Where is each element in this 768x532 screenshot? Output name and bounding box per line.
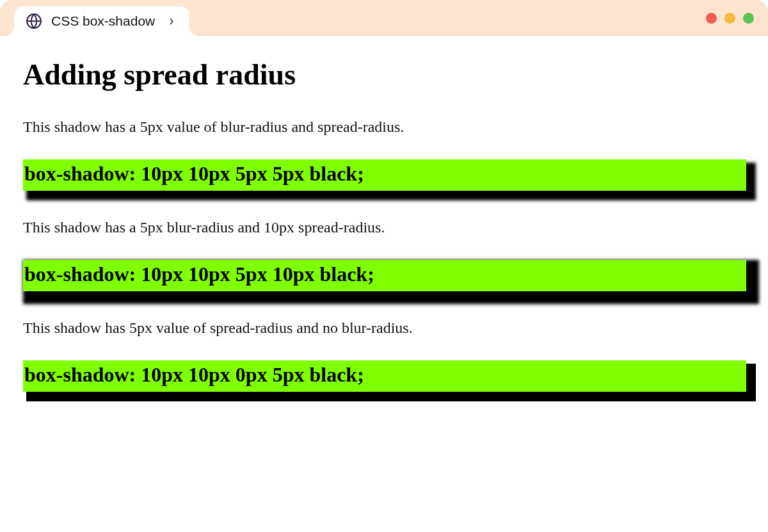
window-maximize-button[interactable] [743,13,754,24]
example-description: This shadow has a 5px blur-radius and 10… [23,218,746,237]
browser-chrome: CSS box-shadow › [0,0,768,36]
page-title: Adding spread radius [23,58,746,92]
example-box: box-shadow: 10px 10px 5px 5px black; [23,159,746,191]
window-close-button[interactable] [706,13,717,24]
browser-tab[interactable]: CSS box-shadow › [14,6,189,36]
chevron-right-icon: › [169,13,173,29]
example-box: box-shadow: 10px 10px 0px 5px black; [23,360,746,392]
page-content: Adding spread radius This shadow has a 5… [0,36,768,444]
tab-title: CSS box-shadow [51,13,155,29]
example-box: box-shadow: 10px 10px 5px 10px black; [23,260,746,291]
example-description: This shadow has 5px value of spread-radi… [23,318,746,337]
tab-strip: CSS box-shadow › [0,0,189,36]
example-description: This shadow has a 5px value of blur-radi… [23,117,746,136]
window-controls [706,0,754,36]
globe-icon [26,13,42,29]
window-minimize-button[interactable] [724,13,735,24]
